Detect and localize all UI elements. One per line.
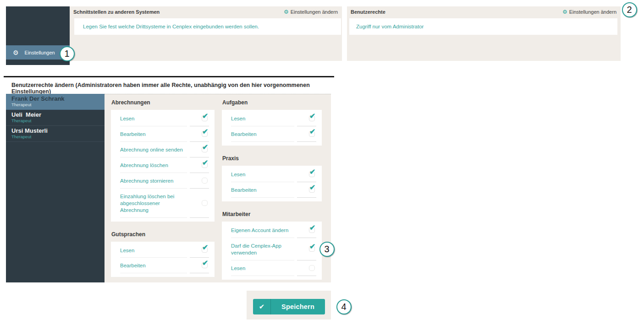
check-icon: ✔ [202, 244, 208, 251]
user-list-item[interactable]: Ursi MusterliTherapeut [6, 126, 105, 142]
permission-group: GutsprachenLesen✔Bearbeiten✔ [111, 231, 215, 277]
check-icon: ✔ [309, 184, 315, 191]
permission-label: Lesen [231, 167, 294, 182]
gear-icon: ⚙ [284, 9, 289, 15]
check-icon: ✔ [253, 299, 271, 314]
permission-check-cell: ✔ [190, 111, 209, 126]
permission-check-cell: ✔ [190, 126, 209, 142]
checkbox-checked[interactable]: ✔ [202, 262, 208, 268]
checkbox-checked[interactable]: ✔ [202, 131, 208, 137]
check-icon: ✔ [202, 144, 208, 151]
permission-label: Lesen [120, 243, 187, 258]
permission-label: Lesen [120, 111, 187, 126]
permission-group-card: Lesen✔Bearbeiten✔ [222, 110, 322, 146]
annotation-circle-2: 2 [622, 2, 637, 17]
user-name: Frank Der Schrank [11, 95, 105, 102]
checkbox-checked[interactable]: ✔ [309, 187, 315, 193]
permission-row: Bearbeiten✔ [120, 126, 209, 142]
rights-editor: Frank Der SchrankTherapeutUeli MeierTher… [6, 94, 331, 282]
check-icon: ✔ [309, 243, 315, 250]
permission-row: Lesen✔ [120, 111, 209, 126]
check-icon: ✔ [309, 128, 315, 135]
permission-label: Einzahlung löschen bei abgeschlossener A… [120, 189, 187, 218]
permission-row: Eigenen Account ändern✔ [231, 222, 316, 238]
permission-group-title: Praxis [222, 155, 322, 162]
user-rights-note: Zugriff nur vom Administrator [349, 18, 617, 35]
permission-row: Abrechnung löschen✔ [120, 157, 209, 173]
permission-group-title: Abrechnungen [111, 99, 215, 106]
sidebar-item-label: Einstellungen [25, 50, 55, 55]
permission-row: Lesen✔ [231, 111, 316, 126]
checkbox-unchecked[interactable] [202, 178, 208, 184]
checkbox-unchecked[interactable] [309, 265, 315, 271]
user-role: Therapeut [11, 118, 105, 124]
permission-row: Bearbeiten✔ [231, 182, 316, 198]
page: ⚙ Einstellungen Schnittstellen zu andere… [0, 0, 644, 325]
permission-label: Darf die Cenplex-App verwenden [231, 238, 294, 260]
check-icon: ✔ [202, 159, 208, 167]
checkbox-checked[interactable]: ✔ [202, 162, 208, 168]
permission-label: Bearbeiten [120, 126, 187, 142]
permission-label: Abrechnung stornieren [120, 173, 187, 189]
user-rights-panel: Benutzerechte ⚙ Einstellungen ändern Zug… [347, 6, 621, 61]
user-name: Ursi Musterli [11, 127, 105, 134]
checkbox-checked[interactable]: ✔ [202, 115, 208, 121]
permission-group: AbrechnungenLesen✔Bearbeiten✔Abrechnung … [111, 99, 215, 222]
checkbox-checked[interactable]: ✔ [309, 131, 315, 137]
checkbox-checked[interactable]: ✔ [309, 171, 315, 177]
annotation-circle-4: 4 [336, 299, 352, 314]
permission-row: Lesen✔ [231, 167, 316, 182]
check-icon: ✔ [309, 168, 315, 176]
user-rights-settings-link[interactable]: ⚙ Einstellungen ändern [562, 9, 616, 15]
user-rights-settings-link-label: Einstellungen ändern [569, 9, 616, 15]
gear-icon: ⚙ [13, 49, 19, 56]
user-list-item[interactable]: Frank Der SchrankTherapeut [6, 94, 105, 110]
permission-row: Lesen [231, 260, 316, 276]
checkbox-checked[interactable]: ✔ [202, 247, 208, 253]
permission-group: AufgabenLesen✔Bearbeiten✔ [222, 99, 322, 146]
section-divider [4, 76, 334, 77]
permission-check-cell [190, 173, 209, 189]
save-button[interactable]: ✔ Speichern [253, 299, 325, 314]
interfaces-settings-link-label: Einstellungen ändern [291, 9, 338, 15]
permission-check-cell: ✔ [190, 142, 209, 157]
permission-check-cell: ✔ [190, 157, 209, 173]
checkbox-checked[interactable]: ✔ [202, 146, 208, 152]
permission-row: Bearbeiten✔ [120, 258, 209, 273]
user-list-item[interactable]: Ueli MeierTherapeut [6, 110, 105, 126]
check-icon: ✔ [309, 224, 315, 232]
permission-check-cell [190, 189, 209, 218]
permission-group-card: Lesen✔Bearbeiten✔Abrechnung online sende… [111, 110, 215, 222]
permission-label: Abrechnung löschen [120, 157, 187, 173]
interfaces-settings-link[interactable]: ⚙ Einstellungen ändern [284, 9, 338, 15]
user-role: Therapeut [11, 134, 105, 140]
permission-check-cell: ✔ [297, 111, 316, 126]
permission-group-card: Lesen✔Bearbeiten✔ [222, 166, 322, 201]
permission-row: Abrechnung stornieren [120, 173, 209, 189]
checkbox-checked[interactable]: ✔ [309, 246, 315, 252]
gear-icon: ⚙ [562, 9, 567, 15]
permission-group-card: Eigenen Account ändern✔Darf die Cenplex-… [222, 222, 322, 280]
permission-column: AufgabenLesen✔Bearbeiten✔PraxisLesen✔Bea… [222, 96, 322, 282]
permission-label: Lesen [231, 111, 294, 126]
permission-columns: AbrechnungenLesen✔Bearbeiten✔Abrechnung … [105, 94, 331, 282]
footer-bar: ✔ Speichern [247, 291, 331, 320]
user-list: Frank Der SchrankTherapeutUeli MeierTher… [6, 94, 105, 282]
permission-row: Abrechnung online senden✔ [120, 142, 209, 157]
interfaces-panel-title: Schnittstellen zu anderen Systemen [73, 9, 160, 15]
permission-group: MitarbeiterEigenen Account ändern✔Darf d… [222, 211, 322, 280]
check-icon: ✔ [202, 260, 208, 267]
checkbox-checked[interactable]: ✔ [309, 227, 315, 233]
permission-label: Bearbeiten [231, 126, 294, 142]
user-name: Ueli Meier [11, 111, 105, 118]
permission-row: Bearbeiten✔ [231, 126, 316, 142]
permission-label: Lesen [231, 260, 294, 276]
permission-group-title: Aufgaben [222, 99, 322, 106]
permission-label: Abrechnung online senden [120, 142, 187, 157]
permission-label: Eigenen Account ändern [231, 222, 294, 238]
checkbox-unchecked[interactable] [202, 200, 208, 206]
checkbox-checked[interactable]: ✔ [309, 115, 315, 121]
user-role: Therapeut [11, 102, 105, 108]
rights-editor-title: Benutzerrechte ändern (Administratoren h… [11, 82, 332, 95]
permission-check-cell: ✔ [297, 182, 316, 198]
